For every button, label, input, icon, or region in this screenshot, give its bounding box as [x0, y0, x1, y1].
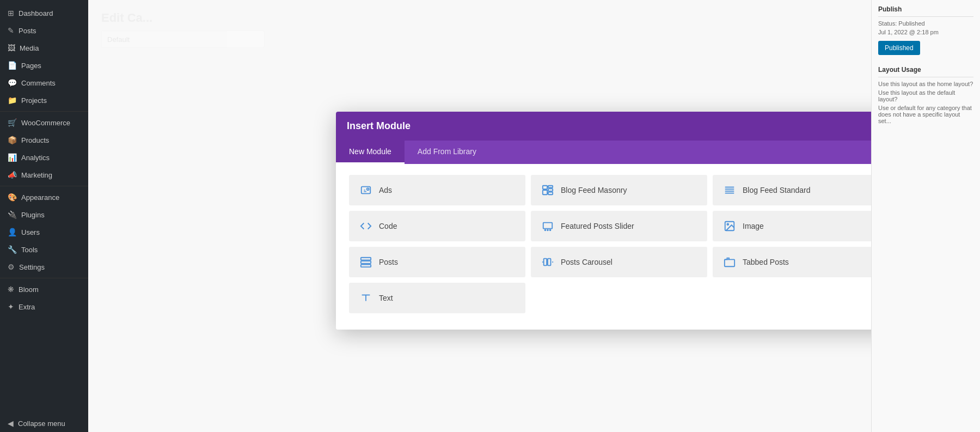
sidebar-item-extra[interactable]: ✦ Extra	[0, 298, 88, 315]
collapse-icon: ◀	[8, 419, 14, 428]
svg-rect-27	[725, 259, 734, 266]
projects-icon: 📁	[8, 96, 17, 105]
right-panel: Publish Status: Published Jul 1, 2022 @ …	[871, 0, 980, 432]
tools-icon: 🔧	[8, 245, 17, 254]
module-grid: Ads Blog Feed Masonry	[349, 175, 889, 313]
svg-rect-1	[367, 188, 369, 190]
media-icon: 🖼	[8, 44, 15, 52]
svg-point-16	[547, 229, 548, 230]
svg-rect-5	[543, 190, 547, 194]
bloom-icon: ❋	[8, 285, 14, 294]
svg-rect-22	[361, 264, 371, 267]
appearance-icon: 🎨	[8, 193, 17, 202]
svg-rect-24	[548, 258, 551, 265]
svg-rect-23	[544, 258, 547, 265]
category-layout-row: Use or default for any category that doe…	[878, 105, 973, 124]
sidebar-item-appearance[interactable]: 🎨 Appearance	[0, 188, 88, 206]
sidebar-item-posts[interactable]: ✎ Posts	[0, 22, 88, 39]
products-icon: 📦	[8, 136, 17, 144]
module-item-tabbed-posts[interactable]: Tabbed Posts	[713, 247, 889, 277]
svg-rect-2	[543, 185, 547, 188]
modal-tabs: New Module Add From Library	[336, 141, 902, 164]
tab-new-module[interactable]: New Module	[336, 141, 405, 164]
sidebar-separator-3	[0, 278, 88, 278]
module-item-posts[interactable]: Posts	[349, 247, 525, 277]
svg-rect-3	[548, 185, 553, 187]
publish-panel-title: Publish	[878, 5, 973, 17]
tab-add-from-library[interactable]: Add From Library	[405, 141, 489, 164]
sidebar-item-media[interactable]: 🖼 Media	[0, 39, 88, 57]
default-layout-row: Use this layout as the default layout?	[878, 89, 973, 102]
users-icon: 👤	[8, 228, 17, 236]
sidebar-item-analytics[interactable]: 📊 Analytics	[0, 149, 88, 166]
svg-rect-11	[543, 222, 553, 228]
insert-module-modal: Insert Module × New Module Add From Libr…	[336, 112, 902, 330]
svg-rect-6	[548, 192, 553, 194]
woo-icon: 🛒	[8, 118, 17, 127]
svg-rect-20	[361, 257, 371, 260]
extra-icon: ✦	[8, 302, 14, 311]
sidebar-item-dashboard[interactable]: ⊞ Dashboard	[0, 4, 88, 22]
module-item-image[interactable]: Image	[713, 211, 889, 241]
module-item-code[interactable]: Code	[349, 211, 525, 241]
module-item-posts-carousel[interactable]: Posts Carousel	[531, 247, 707, 277]
svg-rect-21	[361, 261, 371, 264]
posts-list-icon	[359, 256, 372, 268]
sidebar-item-products[interactable]: 📦 Products	[0, 131, 88, 149]
svg-point-17	[550, 229, 551, 230]
posts-icon: ✎	[8, 26, 14, 35]
status-row: Status: Published	[878, 20, 973, 27]
blog-feed-standard-icon	[723, 184, 736, 196]
marketing-icon: 📣	[8, 171, 17, 179]
sidebar-item-plugins[interactable]: 🔌 Plugins	[0, 206, 88, 223]
home-layout-row: Use this layout as the home layout?	[878, 81, 973, 87]
sidebar-item-bloom[interactable]: ❋ Bloom	[0, 281, 88, 298]
svg-point-15	[545, 229, 546, 230]
dashboard-icon: ⊞	[8, 9, 14, 17]
modal-header: Insert Module ×	[336, 112, 902, 141]
publish-button[interactable]: Published	[878, 41, 920, 55]
sidebar-item-users[interactable]: 👤 Users	[0, 223, 88, 241]
ads-icon	[359, 184, 372, 196]
featured-posts-slider-icon	[541, 220, 554, 232]
module-item-blog-feed-masonry[interactable]: Blog Feed Masonry	[531, 175, 707, 205]
analytics-icon: 📊	[8, 153, 17, 162]
text-icon	[359, 292, 372, 304]
sidebar: ⊞ Dashboard ✎ Posts 🖼 Media 📄 Pages 💬 Co…	[0, 0, 88, 432]
svg-point-19	[727, 223, 728, 225]
plugins-icon: 🔌	[8, 210, 17, 219]
module-item-ads[interactable]: Ads	[349, 175, 525, 205]
pages-icon: 📄	[8, 61, 17, 70]
sidebar-item-projects[interactable]: 📁 Projects	[0, 92, 88, 109]
blog-feed-masonry-icon	[541, 184, 554, 196]
date-row: Jul 1, 2022 @ 2:18 pm	[878, 29, 973, 35]
modal-body: Ads Blog Feed Masonry	[336, 164, 902, 330]
sidebar-separator-2	[0, 186, 88, 186]
sidebar-item-tools[interactable]: 🔧 Tools	[0, 241, 88, 258]
settings-icon: ⚙	[8, 263, 15, 271]
sidebar-item-settings[interactable]: ⚙ Settings	[0, 258, 88, 276]
module-item-blog-feed-standard[interactable]: Blog Feed Standard	[713, 175, 889, 205]
sidebar-item-woocommerce[interactable]: 🛒 WooCommerce	[0, 114, 88, 131]
sidebar-item-collapse[interactable]: ◀ Collapse menu	[0, 415, 88, 432]
sidebar-item-pages[interactable]: 📄 Pages	[0, 57, 88, 74]
sidebar-item-marketing[interactable]: 📣 Marketing	[0, 166, 88, 184]
image-icon	[723, 220, 736, 232]
comments-icon: 💬	[8, 78, 17, 87]
svg-rect-4	[548, 188, 553, 191]
layout-usage-title: Layout Usage	[878, 66, 973, 77]
code-icon	[359, 220, 372, 232]
modal-title: Insert Module	[347, 120, 411, 132]
main-content: Screen Options ▾ Edit Ca... Default Inse…	[88, 0, 980, 432]
tabbed-posts-icon	[723, 256, 736, 268]
module-item-text[interactable]: Text	[349, 283, 525, 313]
posts-carousel-icon	[541, 256, 554, 268]
module-item-featured-posts-slider[interactable]: Featured Posts Slider	[531, 211, 707, 241]
sidebar-item-comments[interactable]: 💬 Comments	[0, 74, 88, 92]
sidebar-separator-1	[0, 111, 88, 112]
